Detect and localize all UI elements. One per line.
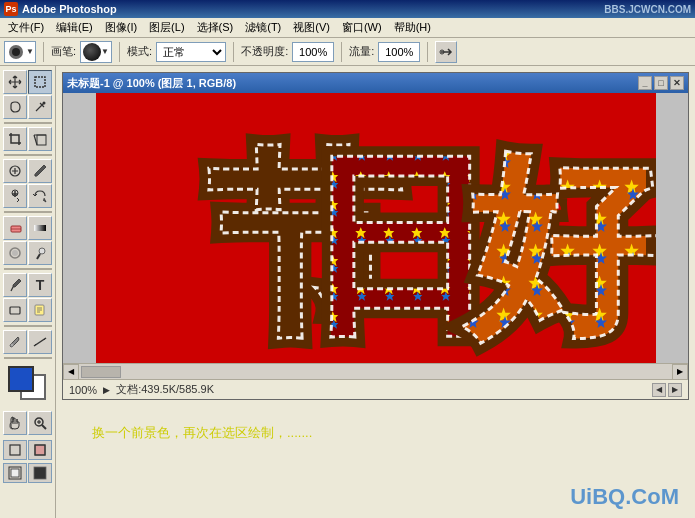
bottom-info-area: 换一个前景色，再次在选区绘制，....... UiBQ.CoM — [56, 406, 695, 518]
hint-text-container: 换一个前景色，再次在选区绘制，....... — [72, 424, 679, 442]
menu-file[interactable]: 文件(F) — [2, 18, 50, 37]
menu-bar: 文件(F) 编辑(E) 图像(I) 图层(L) 选择(S) 滤镜(T) 视图(V… — [0, 18, 695, 38]
heal-tool[interactable] — [3, 159, 27, 183]
fullscreen-mode-btn[interactable] — [28, 463, 52, 483]
menu-window[interactable]: 窗口(W) — [336, 18, 388, 37]
options-bar: ▼ 画笔: ▼ 模式: 正常 溶解 正片叠底 不透明度: 流量: — [0, 38, 695, 66]
slice-tool[interactable] — [28, 127, 52, 151]
nav-right-btn[interactable]: ▶ — [668, 383, 682, 397]
svg-rect-3 — [35, 77, 45, 87]
menu-help[interactable]: 帮助(H) — [388, 18, 437, 37]
svg-point-11 — [12, 250, 18, 256]
color-swatches — [4, 366, 52, 406]
shape-tool[interactable] — [3, 298, 27, 322]
svg-rect-32 — [34, 467, 46, 479]
doc-minimize-btn[interactable]: _ — [638, 76, 652, 90]
sep1 — [43, 42, 44, 62]
doc-controls: _ □ ✕ — [638, 76, 684, 90]
tool-row-10 — [3, 330, 52, 354]
tool-preset-arrow: ▼ — [26, 47, 34, 56]
marquee-tool[interactable] — [28, 70, 52, 94]
svg-rect-31 — [11, 469, 19, 477]
history-brush-tool[interactable] — [28, 184, 52, 208]
tool-row-7 — [3, 241, 52, 265]
brush-tool[interactable] — [28, 159, 52, 183]
doc-title-text: 未标题-1 @ 100% (图层 1, RGB/8) — [67, 76, 236, 91]
watermark-top: BBS.JCWCN.COM — [604, 4, 691, 15]
move-tool[interactable] — [3, 70, 27, 94]
tool-sep-3 — [4, 211, 52, 213]
svg-rect-14 — [10, 307, 20, 314]
tool-sep-5 — [4, 325, 52, 327]
hand-tool[interactable] — [3, 411, 27, 435]
tool-sep-1 — [4, 122, 52, 124]
dodge-tool[interactable] — [28, 241, 52, 265]
eraser-tool[interactable] — [3, 216, 27, 240]
svg-point-1 — [12, 48, 20, 56]
mask-mode-row — [3, 440, 52, 460]
menu-filter[interactable]: 滤镜(T) — [239, 18, 287, 37]
mode-select[interactable]: 正常 溶解 正片叠底 — [156, 42, 226, 62]
menu-edit[interactable]: 编辑(E) — [50, 18, 99, 37]
standard-mode-btn[interactable] — [3, 440, 27, 460]
right-panel: 未标题-1 @ 100% (图层 1, RGB/8) _ □ ✕ — [56, 66, 695, 518]
scroll-thumb-h[interactable] — [81, 366, 121, 378]
sep5 — [427, 42, 428, 62]
flow-input[interactable] — [378, 42, 420, 62]
doc-close-btn[interactable]: ✕ — [670, 76, 684, 90]
menu-view[interactable]: 视图(V) — [287, 18, 336, 37]
tool-sep-6 — [4, 357, 52, 359]
status-nav-controls: ◀ ▶ — [652, 383, 682, 397]
quickmask-mode-btn[interactable] — [28, 440, 52, 460]
scroll-track-h[interactable] — [79, 366, 672, 378]
scroll-right-btn[interactable]: ▶ — [672, 364, 688, 380]
crop-tool[interactable] — [3, 127, 27, 151]
text-tool[interactable]: T — [28, 273, 52, 297]
menu-select[interactable]: 选择(S) — [191, 18, 240, 37]
doc-size-display: 文档:439.5K/585.9K — [116, 382, 214, 397]
canvas-area: 节 节 — [63, 93, 688, 363]
doc-maximize-btn[interactable]: □ — [654, 76, 668, 90]
magic-wand-tool[interactable] — [28, 95, 52, 119]
svg-rect-9 — [34, 225, 46, 231]
svg-rect-27 — [10, 445, 20, 455]
main-area: T — [0, 66, 695, 518]
screen-mode-btn[interactable] — [3, 463, 27, 483]
tool-row-2 — [3, 95, 52, 119]
airbrush-button[interactable] — [435, 41, 457, 63]
tool-row-hand-zoom — [3, 411, 52, 435]
tool-preset-picker[interactable]: ▼ — [4, 41, 36, 63]
opacity-input[interactable] — [292, 42, 334, 62]
eyedropper-tool[interactable] — [3, 330, 27, 354]
brush-picker[interactable]: ▼ — [80, 41, 112, 63]
watermark-bottom: UiBQ.CoM — [570, 484, 679, 510]
note-tool[interactable] — [28, 298, 52, 322]
mode-label: 模式: — [127, 44, 152, 59]
brush-label: 画笔: — [51, 44, 76, 59]
tool-row-8: T — [3, 273, 52, 297]
svg-point-12 — [39, 248, 45, 254]
horizontal-scrollbar: ◀ ▶ — [63, 363, 688, 379]
sep3 — [233, 42, 234, 62]
blur-tool[interactable] — [3, 241, 27, 265]
lasso-tool[interactable] — [3, 95, 27, 119]
menu-image[interactable]: 图像(I) — [99, 18, 143, 37]
doc-title-bar: 未标题-1 @ 100% (图层 1, RGB/8) _ □ ✕ — [63, 73, 688, 93]
svg-line-13 — [37, 254, 40, 259]
status-zoom-icon[interactable]: ▶ — [103, 385, 110, 395]
scroll-left-btn[interactable]: ◀ — [63, 364, 79, 380]
tool-sep-4 — [4, 268, 52, 270]
zoom-tool[interactable] — [28, 411, 52, 435]
measure-tool[interactable] — [28, 330, 52, 354]
svg-point-19 — [11, 344, 14, 347]
clone-tool[interactable] — [3, 184, 27, 208]
toolbar: T — [0, 66, 56, 518]
gradient-tool[interactable] — [28, 216, 52, 240]
menu-layer[interactable]: 图层(L) — [143, 18, 190, 37]
tool-row-6 — [3, 216, 52, 240]
hint-text: 换一个前景色，再次在选区绘制，....... — [92, 425, 312, 440]
foreground-color-swatch[interactable] — [8, 366, 34, 392]
nav-left-btn[interactable]: ◀ — [652, 383, 666, 397]
svg-text:好: 好 — [461, 136, 656, 354]
pen-tool[interactable] — [3, 273, 27, 297]
